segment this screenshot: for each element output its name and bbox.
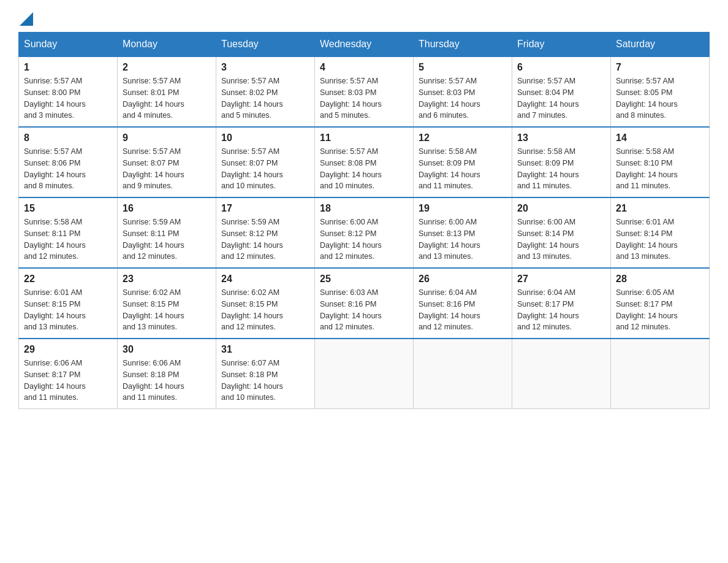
day-info: Sunrise: 5:59 AM Sunset: 8:11 PM Dayligh… — [123, 216, 211, 262]
calendar-cell: 30 Sunrise: 6:06 AM Sunset: 8:18 PM Dayl… — [118, 339, 216, 409]
day-info: Sunrise: 6:01 AM Sunset: 8:15 PM Dayligh… — [24, 287, 112, 333]
logo — [18, 12, 33, 26]
week-row-4: 22 Sunrise: 6:01 AM Sunset: 8:15 PM Dayl… — [19, 268, 710, 339]
calendar-cell: 2 Sunrise: 5:57 AM Sunset: 8:01 PM Dayli… — [118, 56, 216, 127]
calendar-cell: 11 Sunrise: 5:57 AM Sunset: 8:08 PM Dayl… — [315, 127, 414, 197]
day-info: Sunrise: 6:06 AM Sunset: 8:17 PM Dayligh… — [24, 358, 112, 404]
calendar-cell: 20 Sunrise: 6:00 AM Sunset: 8:14 PM Dayl… — [512, 197, 611, 268]
calendar-cell: 16 Sunrise: 5:59 AM Sunset: 8:11 PM Dayl… — [118, 197, 216, 268]
day-number: 11 — [320, 132, 408, 144]
calendar-cell: 31 Sunrise: 6:07 AM Sunset: 8:18 PM Dayl… — [216, 339, 315, 409]
day-info: Sunrise: 6:03 AM Sunset: 8:16 PM Dayligh… — [320, 287, 408, 333]
day-number: 4 — [320, 62, 408, 73]
day-number: 14 — [616, 132, 704, 144]
calendar-cell: 27 Sunrise: 6:04 AM Sunset: 8:17 PM Dayl… — [512, 268, 611, 339]
day-number: 31 — [221, 344, 309, 355]
day-info: Sunrise: 5:57 AM Sunset: 8:03 PM Dayligh… — [419, 75, 507, 121]
day-number: 30 — [123, 344, 211, 355]
day-number: 8 — [24, 132, 112, 144]
day-number: 20 — [517, 203, 605, 214]
day-number: 26 — [419, 274, 507, 285]
calendar-cell — [315, 339, 414, 409]
day-info: Sunrise: 5:59 AM Sunset: 8:12 PM Dayligh… — [221, 216, 309, 262]
day-number: 2 — [123, 62, 211, 73]
calendar-cell: 25 Sunrise: 6:03 AM Sunset: 8:16 PM Dayl… — [315, 268, 414, 339]
day-info: Sunrise: 6:05 AM Sunset: 8:17 PM Dayligh… — [616, 287, 704, 333]
day-info: Sunrise: 5:57 AM Sunset: 8:07 PM Dayligh… — [123, 146, 211, 192]
calendar-cell: 9 Sunrise: 5:57 AM Sunset: 8:07 PM Dayli… — [118, 127, 216, 197]
page-header — [18, 12, 710, 26]
day-info: Sunrise: 5:57 AM Sunset: 8:00 PM Dayligh… — [24, 75, 112, 121]
day-number: 19 — [419, 203, 507, 214]
day-number: 21 — [616, 203, 704, 214]
day-info: Sunrise: 5:58 AM Sunset: 8:10 PM Dayligh… — [616, 146, 704, 192]
week-row-2: 8 Sunrise: 5:57 AM Sunset: 8:06 PM Dayli… — [19, 127, 710, 197]
day-number: 13 — [517, 132, 605, 144]
calendar-cell: 13 Sunrise: 5:58 AM Sunset: 8:09 PM Dayl… — [512, 127, 611, 197]
day-number: 12 — [419, 132, 507, 144]
day-info: Sunrise: 5:57 AM Sunset: 8:08 PM Dayligh… — [320, 146, 408, 192]
calendar-cell: 10 Sunrise: 5:57 AM Sunset: 8:07 PM Dayl… — [216, 127, 315, 197]
day-info: Sunrise: 6:02 AM Sunset: 8:15 PM Dayligh… — [123, 287, 211, 333]
calendar-cell: 22 Sunrise: 6:01 AM Sunset: 8:15 PM Dayl… — [19, 268, 118, 339]
week-row-5: 29 Sunrise: 6:06 AM Sunset: 8:17 PM Dayl… — [19, 339, 710, 409]
calendar-cell: 17 Sunrise: 5:59 AM Sunset: 8:12 PM Dayl… — [216, 197, 315, 268]
col-header-tuesday: Tuesday — [216, 33, 315, 57]
day-number: 10 — [221, 132, 309, 144]
logo-triangle-icon — [20, 12, 33, 26]
day-info: Sunrise: 5:57 AM Sunset: 8:07 PM Dayligh… — [221, 146, 309, 192]
day-number: 24 — [221, 274, 309, 285]
day-number: 28 — [616, 274, 704, 285]
day-info: Sunrise: 5:58 AM Sunset: 8:09 PM Dayligh… — [419, 146, 507, 192]
week-row-3: 15 Sunrise: 5:58 AM Sunset: 8:11 PM Dayl… — [19, 197, 710, 268]
col-header-sunday: Sunday — [19, 33, 118, 57]
day-number: 25 — [320, 274, 408, 285]
day-info: Sunrise: 6:04 AM Sunset: 8:16 PM Dayligh… — [419, 287, 507, 333]
day-info: Sunrise: 6:02 AM Sunset: 8:15 PM Dayligh… — [221, 287, 309, 333]
day-number: 7 — [616, 62, 704, 73]
week-row-1: 1 Sunrise: 5:57 AM Sunset: 8:00 PM Dayli… — [19, 56, 710, 127]
calendar-cell — [611, 339, 710, 409]
day-info: Sunrise: 5:57 AM Sunset: 8:02 PM Dayligh… — [221, 75, 309, 121]
col-header-friday: Friday — [512, 33, 611, 57]
calendar-cell: 29 Sunrise: 6:06 AM Sunset: 8:17 PM Dayl… — [19, 339, 118, 409]
calendar-cell: 18 Sunrise: 6:00 AM Sunset: 8:12 PM Dayl… — [315, 197, 414, 268]
day-info: Sunrise: 5:58 AM Sunset: 8:09 PM Dayligh… — [517, 146, 605, 192]
day-number: 15 — [24, 203, 112, 214]
day-number: 5 — [419, 62, 507, 73]
col-header-saturday: Saturday — [611, 33, 710, 57]
day-number: 29 — [24, 344, 112, 355]
calendar-cell: 12 Sunrise: 5:58 AM Sunset: 8:09 PM Dayl… — [414, 127, 512, 197]
calendar-cell: 3 Sunrise: 5:57 AM Sunset: 8:02 PM Dayli… — [216, 56, 315, 127]
calendar-cell: 24 Sunrise: 6:02 AM Sunset: 8:15 PM Dayl… — [216, 268, 315, 339]
calendar-cell: 4 Sunrise: 5:57 AM Sunset: 8:03 PM Dayli… — [315, 56, 414, 127]
calendar-cell: 21 Sunrise: 6:01 AM Sunset: 8:14 PM Dayl… — [611, 197, 710, 268]
day-info: Sunrise: 6:00 AM Sunset: 8:13 PM Dayligh… — [419, 216, 507, 262]
calendar-cell: 14 Sunrise: 5:58 AM Sunset: 8:10 PM Dayl… — [611, 127, 710, 197]
day-info: Sunrise: 5:57 AM Sunset: 8:04 PM Dayligh… — [517, 75, 605, 121]
svg-marker-0 — [20, 12, 33, 26]
day-info: Sunrise: 6:01 AM Sunset: 8:14 PM Dayligh… — [616, 216, 704, 262]
day-info: Sunrise: 6:07 AM Sunset: 8:18 PM Dayligh… — [221, 358, 309, 404]
day-info: Sunrise: 6:06 AM Sunset: 8:18 PM Dayligh… — [123, 358, 211, 404]
col-header-wednesday: Wednesday — [315, 33, 414, 57]
day-number: 9 — [123, 132, 211, 144]
day-info: Sunrise: 5:57 AM Sunset: 8:01 PM Dayligh… — [123, 75, 211, 121]
col-header-monday: Monday — [118, 33, 216, 57]
day-number: 23 — [123, 274, 211, 285]
calendar-cell: 15 Sunrise: 5:58 AM Sunset: 8:11 PM Dayl… — [19, 197, 118, 268]
day-info: Sunrise: 6:04 AM Sunset: 8:17 PM Dayligh… — [517, 287, 605, 333]
day-number: 27 — [517, 274, 605, 285]
calendar-cell: 26 Sunrise: 6:04 AM Sunset: 8:16 PM Dayl… — [414, 268, 512, 339]
day-info: Sunrise: 5:58 AM Sunset: 8:11 PM Dayligh… — [24, 216, 112, 262]
day-info: Sunrise: 5:57 AM Sunset: 8:06 PM Dayligh… — [24, 146, 112, 192]
calendar-cell: 6 Sunrise: 5:57 AM Sunset: 8:04 PM Dayli… — [512, 56, 611, 127]
day-number: 17 — [221, 203, 309, 214]
calendar-cell — [512, 339, 611, 409]
day-number: 6 — [517, 62, 605, 73]
calendar-cell: 8 Sunrise: 5:57 AM Sunset: 8:06 PM Dayli… — [19, 127, 118, 197]
calendar-cell: 5 Sunrise: 5:57 AM Sunset: 8:03 PM Dayli… — [414, 56, 512, 127]
calendar-cell — [414, 339, 512, 409]
day-number: 3 — [221, 62, 309, 73]
day-number: 1 — [24, 62, 112, 73]
